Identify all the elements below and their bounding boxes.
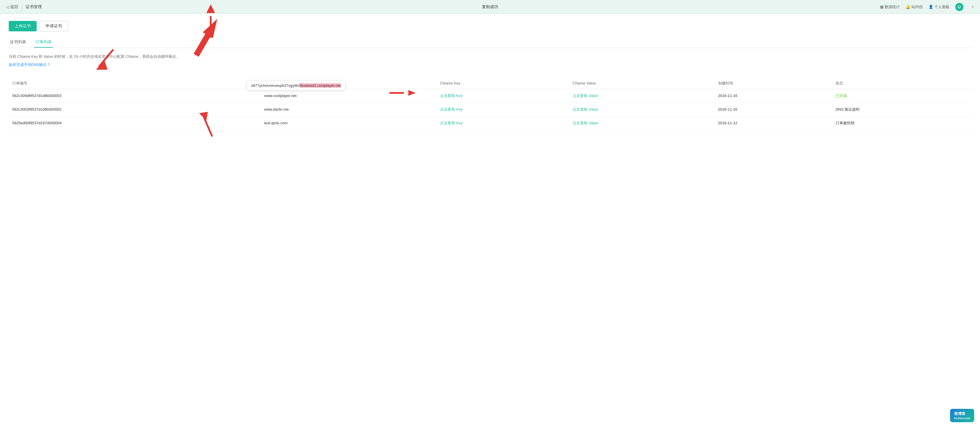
nav-stats[interactable]: ▦ 数据统计 [880, 4, 900, 10]
nav-profile-label: 个人面板 [934, 4, 950, 10]
status-2: DNS 验证超时 [832, 103, 971, 116]
header-right: ▦ 数据统计 🔔 站内信 👤 个人面板 U × [880, 3, 974, 11]
copy-value-link-2[interactable]: 点击复制 Value [573, 107, 598, 111]
nav-profile[interactable]: 👤 个人面板 [929, 4, 950, 10]
bell-icon: 🔔 [905, 5, 910, 9]
nav-inbox[interactable]: 🔔 站内信 [905, 4, 923, 10]
header-divider [22, 4, 22, 10]
status-badge-3: 订单被拒绝 [835, 121, 854, 125]
table-row: 5825ed00f9537d197d000004 test.qiniu.com … [9, 116, 971, 130]
table-body: 582c309df9537d1d8b000003 www.coolplayer.… [9, 89, 971, 130]
cname-value-2: 点击复制 Value [569, 103, 714, 116]
watermark-line1: 推博客 [954, 411, 970, 416]
cname-key-1: 点击复制 Key [436, 89, 569, 103]
domain-2: www.darlin.me [261, 103, 436, 116]
table-header: 订单编号 域名 CName Key CName Value 创建时间 状态 [9, 78, 971, 89]
col-created-at: 创建时间 [715, 78, 832, 89]
cname-value-1: 点击复制 Value [569, 89, 714, 103]
info-description: 当有 CName Key 和 Value 的时候，在 24 小时内去域名管理中心… [9, 54, 971, 60]
apply-cert-button[interactable]: 申请证书 [40, 21, 68, 32]
back-arrow-icon: ◁ [6, 5, 9, 9]
status-badge-2: DNS 验证超时 [835, 107, 860, 111]
header-center: 复制成功 [482, 4, 498, 10]
back-button[interactable]: ◁ 返回 [6, 4, 18, 10]
tab-order-list[interactable]: 订单列表 [34, 37, 53, 48]
cname-value-3: 点击复制 Value [569, 116, 714, 130]
copy-key-link-1[interactable]: 点击复制 Key [440, 94, 463, 98]
orders-table: 订单编号 域名 CName Key CName Value 创建时间 状态 58… [9, 78, 971, 130]
avatar[interactable]: U [955, 3, 963, 11]
tooltip-wrapper: www.coolplayer.net s877ychovnecwxpb37xgy… [264, 94, 296, 98]
created-at-3: 2016-11-12 [715, 116, 832, 130]
back-label: 返回 [10, 4, 18, 10]
status-badge-1: 已完成 [835, 94, 847, 98]
domain-1: www.coolplayer.net s877ychovnecwxpb37xgy… [261, 89, 436, 103]
watermark-line2: huhei.com [954, 416, 970, 420]
cname-key-3: 点击复制 Key [436, 116, 569, 130]
status-1: 已完成 [832, 89, 971, 103]
chart-icon: ▦ [880, 5, 883, 9]
col-cname-value: CName Value [569, 78, 714, 89]
user-icon: 👤 [929, 5, 933, 9]
domain-3: test.qiniu.com [261, 116, 436, 130]
tab-cert-list[interactable]: 证书列表 [9, 37, 27, 48]
action-buttons: 上传证书 申请证书 [9, 21, 971, 32]
copy-tooltip: s877ychovnecwxpb37xgy9tv5kxdwsd1.coolpla… [247, 81, 345, 90]
domain-1-text: www.coolplayer.net [264, 94, 296, 98]
cname-key-2: 点击复制 Key [436, 103, 569, 116]
copy-value-link-1[interactable]: 点击复制 Value [573, 94, 598, 98]
order-id-2: 582c3003f9537d1d8b000002 [9, 103, 261, 116]
order-id-3: 5825ed00f9537d197d000004 [9, 116, 261, 130]
upload-cert-button[interactable]: 上传证书 [9, 21, 37, 32]
col-cname-key: CName Key [436, 78, 569, 89]
page-title: 证书管理 [25, 4, 42, 10]
main-content: 上传证书 申请证书 证书列表 订单列表 当有 CName Key 和 Value… [0, 14, 980, 428]
col-order-id: 订单编号 [9, 78, 261, 89]
created-at-2: 2016-11-16 [715, 103, 832, 116]
table-row: 582c3003f9537d1d8b000002 www.darlin.me 点… [9, 103, 971, 116]
header: ◁ 返回 证书管理 复制成功 ▦ 数据统计 🔔 站内信 👤 个人面板 U × [0, 0, 980, 14]
created-at-1: 2016-11-16 [715, 89, 832, 103]
col-status: 状态 [832, 78, 971, 89]
tooltip-text-highlight: 5kxdwsd1.coolplayer.net [299, 83, 341, 88]
nav-stats-label: 数据统计 [885, 4, 900, 10]
table-row: 582c309df9537d1d8b000003 www.coolplayer.… [9, 89, 971, 103]
close-icon[interactable]: × [972, 4, 974, 10]
copy-value-link-3[interactable]: 点击复制 Value [573, 121, 598, 125]
copy-key-link-2[interactable]: 点击复制 Key [440, 107, 463, 111]
status-3: 订单被拒绝 [832, 116, 971, 130]
copy-key-link-3[interactable]: 点击复制 Key [440, 121, 463, 125]
success-message: 复制成功 [482, 4, 498, 10]
tooltip-text-before: s877ychovnecwxpb37xgy9tv [251, 83, 299, 88]
tabs: 证书列表 订单列表 [9, 37, 971, 48]
nav-inbox-label: 站内信 [912, 4, 923, 10]
watermark: 推博客 huhei.com [950, 409, 974, 422]
order-id-1: 582c309df9537d1d8b000003 [9, 89, 261, 103]
dns-help-link[interactable]: 如何完成手动DNS验证？ [9, 62, 51, 67]
